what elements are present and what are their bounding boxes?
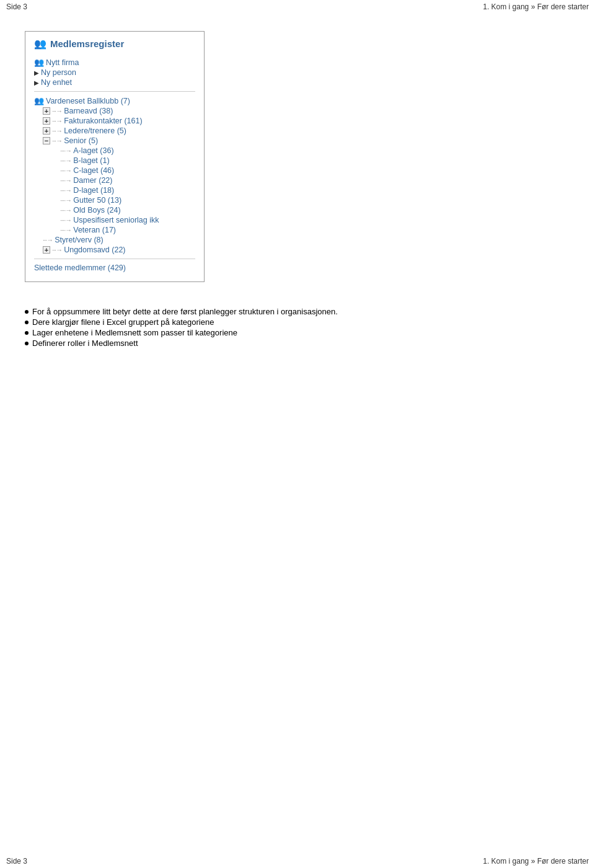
club-children: + ···→ Barneavd (38) + ···→ Fakturakonta… xyxy=(43,106,195,255)
veteran-dot: ····→ xyxy=(60,226,71,234)
barneavd-expand-icon[interactable]: + xyxy=(43,107,50,115)
new-unit-label: Ny enhet xyxy=(41,78,72,87)
separator2 xyxy=(34,259,195,259)
page-header: Side 3 1. Kom i gang » Før dere starter xyxy=(0,0,595,14)
members-title-icon: 👥 xyxy=(34,38,46,50)
arrow-faktura: ···→ xyxy=(52,117,62,125)
page-footer: Side 3 1. Kom i gang » Før dere starter xyxy=(0,854,595,868)
breadcrumb-bottom: 1. Kom i gang » Før dere starter xyxy=(483,857,589,866)
faktura-expand-icon[interactable]: + xyxy=(43,117,50,125)
separator xyxy=(34,91,195,92)
ledere-label: Ledere/trenere (5) xyxy=(64,126,126,135)
bullet-dot-1 xyxy=(25,310,29,314)
new-company-icon: 👥 xyxy=(34,58,44,67)
bullet-item-4: Definerer roller i Medlemsnett xyxy=(25,339,570,348)
veteran-label: Veteran (17) xyxy=(73,226,116,234)
styret-dot: ···→ xyxy=(43,236,53,244)
gutter50-dot: ····→ xyxy=(60,197,71,204)
page-number-bottom: Side 3 xyxy=(6,857,27,866)
deleted-members-label: Slettede medlemmer (429) xyxy=(34,264,126,272)
new-person-item[interactable]: ▶ Ny person xyxy=(34,68,195,78)
main-content: 👥 Medlemsregister 👥 Nytt firma ▶ Ny pers… xyxy=(0,19,595,849)
new-company-item[interactable]: 👥 Nytt firma xyxy=(34,57,195,68)
box-title: 👥 Medlemsregister xyxy=(34,38,195,52)
bullet-item-3: Lager enhetene i Medlemsnett som passer … xyxy=(25,328,570,337)
claget-label: C-laget (46) xyxy=(73,166,114,175)
senior-label: Senior (5) xyxy=(64,136,98,145)
gutter50-label: Gutter 50 (13) xyxy=(73,196,121,205)
bullet-item-1: For å oppsummere litt betyr dette at der… xyxy=(25,307,570,316)
alaget-item[interactable]: ····→ A-laget (36) xyxy=(60,146,195,156)
arrow-senior: ···→ xyxy=(52,137,62,144)
oldboys-item[interactable]: ····→ Old Boys (24) xyxy=(60,205,195,215)
blaget-label: B-laget (1) xyxy=(73,156,109,165)
faktura-label: Fakturakontakter (161) xyxy=(64,117,142,125)
blaget-item[interactable]: ····→ B-laget (1) xyxy=(60,156,195,166)
new-unit-item[interactable]: ▶ Ny enhet xyxy=(34,78,195,87)
ungdom-item[interactable]: + ···→ Ungdomsavd (22) xyxy=(43,245,195,255)
faktura-item[interactable]: + ···→ Fakturakontakter (161) xyxy=(43,116,195,126)
page-number-top: Side 3 xyxy=(6,2,27,11)
bullet-text-4: Definerer roller i Medlemsnett xyxy=(32,339,138,348)
bullet-dot-2 xyxy=(25,321,29,324)
arrow-unit-icon: ▶ xyxy=(34,79,39,86)
bullet-text-2: Dere klargjør filene i Excel gruppert på… xyxy=(32,317,214,327)
styret-item[interactable]: ···→ Styret/verv (8) xyxy=(43,235,195,245)
senior-children: ····→ A-laget (36) ····→ B-laget (1) ···… xyxy=(60,146,195,235)
new-company-label: Nytt firma xyxy=(46,58,79,67)
memberregister-box: 👥 Medlemsregister 👥 Nytt firma ▶ Ny pers… xyxy=(25,31,205,282)
ungdom-expand-icon[interactable]: + xyxy=(43,246,50,254)
barneavd-label: Barneavd (38) xyxy=(64,107,113,115)
club-root-item[interactable]: 👥 Vardeneset Ballklubb (7) xyxy=(34,95,195,106)
new-person-label: Ny person xyxy=(41,68,76,77)
alaget-dot: ····→ xyxy=(60,147,71,154)
claget-item[interactable]: ····→ C-laget (46) xyxy=(60,166,195,175)
bullet-text-3: Lager enhetene i Medlemsnett som passer … xyxy=(32,328,237,337)
oldboys-label: Old Boys (24) xyxy=(73,206,120,215)
claget-dot: ····→ xyxy=(60,167,71,174)
arrow-person-icon: ▶ xyxy=(34,69,39,76)
dlaget-label: D-laget (18) xyxy=(73,186,114,195)
damer-dot: ····→ xyxy=(60,177,71,184)
ungdom-label: Ungdomsavd (22) xyxy=(64,246,125,254)
uspesifisert-item[interactable]: ····→ Uspesifisert seniorlag ikk xyxy=(60,215,195,225)
club-icon: 👥 xyxy=(34,96,44,105)
arrow-ledere: ···→ xyxy=(52,127,62,135)
bullet-dot-3 xyxy=(25,331,29,335)
box-title-label: Medlemsregister xyxy=(50,38,124,49)
gutter50-item[interactable]: ····→ Gutter 50 (13) xyxy=(60,195,195,205)
club-label: Vardeneset Ballklubb (7) xyxy=(46,97,130,105)
blaget-dot: ····→ xyxy=(60,157,71,164)
ledere-item[interactable]: + ···→ Ledere/trenere (5) xyxy=(43,126,195,136)
senior-collapse-icon[interactable]: − xyxy=(43,137,50,144)
breadcrumb-top: 1. Kom i gang » Før dere starter xyxy=(483,2,589,11)
uspesifisert-dot: ····→ xyxy=(60,216,71,224)
oldboys-dot: ····→ xyxy=(60,206,71,214)
alaget-label: A-laget (36) xyxy=(73,146,113,155)
damer-item[interactable]: ····→ Damer (22) xyxy=(60,175,195,185)
dlaget-item[interactable]: ····→ D-laget (18) xyxy=(60,185,195,195)
veteran-item[interactable]: ····→ Veteran (17) xyxy=(60,225,195,235)
ledere-expand-icon[interactable]: + xyxy=(43,127,50,135)
arrow-barneavd: ···→ xyxy=(52,107,62,115)
deleted-members-item[interactable]: Slettede medlemmer (429) xyxy=(34,263,195,273)
barneavd-item[interactable]: + ···→ Barneavd (38) xyxy=(43,106,195,116)
damer-label: Damer (22) xyxy=(73,176,112,185)
senior-item[interactable]: − ···→ Senior (5) xyxy=(43,136,195,146)
bullet-section: For å oppsummere litt betyr dette at der… xyxy=(25,307,570,348)
arrow-ungdom: ···→ xyxy=(52,246,62,254)
bullet-dot-4 xyxy=(25,342,29,345)
uspesifisert-label: Uspesifisert seniorlag ikk xyxy=(73,216,159,224)
styret-label: Styret/verv (8) xyxy=(55,236,104,244)
dlaget-dot: ····→ xyxy=(60,187,71,194)
bullet-text-1: For å oppsummere litt betyr dette at der… xyxy=(32,307,338,316)
bullet-item-2: Dere klargjør filene i Excel gruppert på… xyxy=(25,317,570,327)
